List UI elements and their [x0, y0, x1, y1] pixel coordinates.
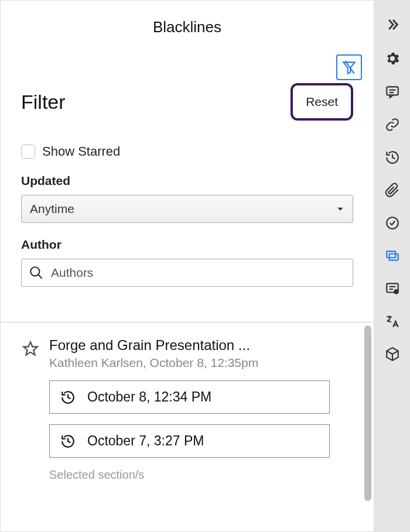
author-input[interactable] — [51, 266, 346, 280]
svg-line-4 — [38, 274, 42, 279]
star-icon[interactable] — [21, 341, 40, 357]
history-icon — [60, 434, 76, 449]
revision-time: October 8, 12:34 PM — [87, 389, 211, 405]
gear-icon[interactable] — [384, 50, 401, 67]
reset-button[interactable]: Reset — [291, 83, 353, 121]
attachment-icon[interactable] — [385, 183, 400, 198]
svg-point-15 — [394, 290, 398, 294]
author-label: Author — [21, 238, 353, 252]
notes-icon[interactable] — [385, 281, 400, 296]
svg-marker-2 — [337, 208, 343, 211]
blacklines-icon[interactable] — [385, 248, 400, 263]
translate-icon[interactable] — [385, 314, 400, 329]
package-icon[interactable] — [385, 346, 400, 362]
author-search[interactable] — [21, 259, 353, 287]
svg-point-9 — [387, 217, 398, 229]
selected-sections-label: Selected section/s — [49, 468, 353, 482]
list-item[interactable]: Forge and Grain Presentation ... Kathlee… — [21, 337, 353, 482]
filter-icon — [341, 60, 357, 75]
blacklines-panel: Blacklines Filter Reset Show Starred Upd… — [0, 0, 374, 532]
chevron-down-icon — [336, 205, 344, 213]
svg-marker-5 — [23, 342, 37, 355]
link-icon[interactable] — [385, 117, 400, 132]
search-icon — [29, 265, 44, 280]
history-icon — [60, 390, 76, 405]
revision-time: October 7, 3:27 PM — [87, 433, 204, 449]
filter-heading: Filter — [21, 91, 66, 114]
comment-icon[interactable] — [385, 84, 400, 99]
item-title: Forge and Grain Presentation ... — [49, 337, 353, 353]
filter-toggle-button[interactable] — [336, 54, 362, 80]
right-toolbar — [374, 0, 410, 532]
show-starred-checkbox[interactable] — [21, 145, 35, 159]
svg-point-3 — [30, 267, 39, 276]
panel-title: Blacklines — [1, 1, 374, 42]
history-icon[interactable] — [385, 150, 400, 165]
expand-icon[interactable] — [384, 16, 401, 33]
item-meta: Kathleen Karlsen, October 8, 12:35pm — [49, 356, 353, 370]
updated-select[interactable]: Anytime — [21, 195, 353, 223]
scrollbar-thumb[interactable] — [364, 325, 371, 501]
svg-rect-6 — [387, 87, 398, 95]
revision-entry[interactable]: October 7, 3:27 PM — [49, 424, 330, 458]
show-starred-label: Show Starred — [42, 144, 120, 159]
check-circle-icon[interactable] — [385, 215, 400, 231]
revision-entry[interactable]: October 8, 12:34 PM — [49, 380, 330, 414]
results-list: Forge and Grain Presentation ... Kathlee… — [1, 322, 374, 531]
filter-section: Filter Reset Show Starred Updated Anytim… — [1, 42, 374, 304]
updated-value: Anytime — [30, 202, 74, 216]
updated-label: Updated — [21, 174, 353, 188]
